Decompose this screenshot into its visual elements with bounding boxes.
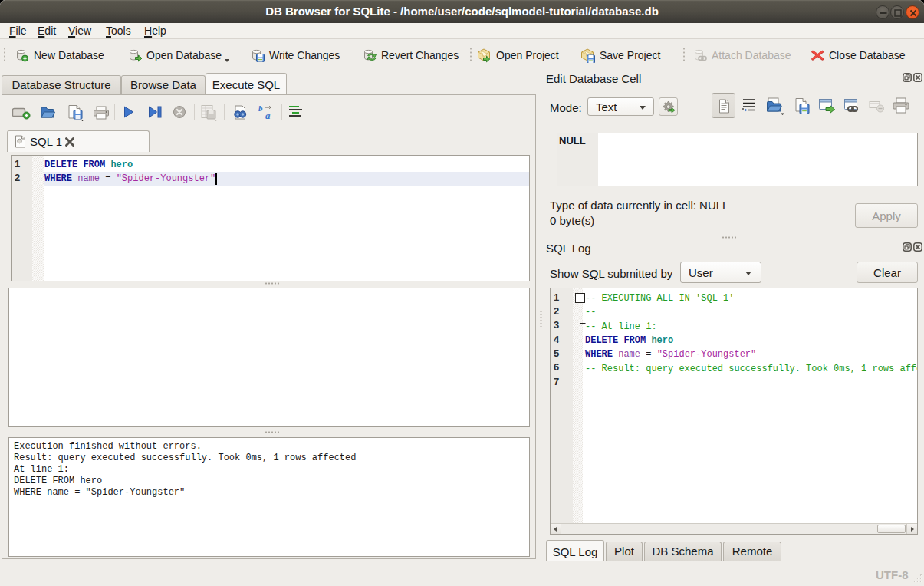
- svg-text:a: a: [265, 110, 271, 120]
- svg-text:b: b: [258, 104, 263, 113]
